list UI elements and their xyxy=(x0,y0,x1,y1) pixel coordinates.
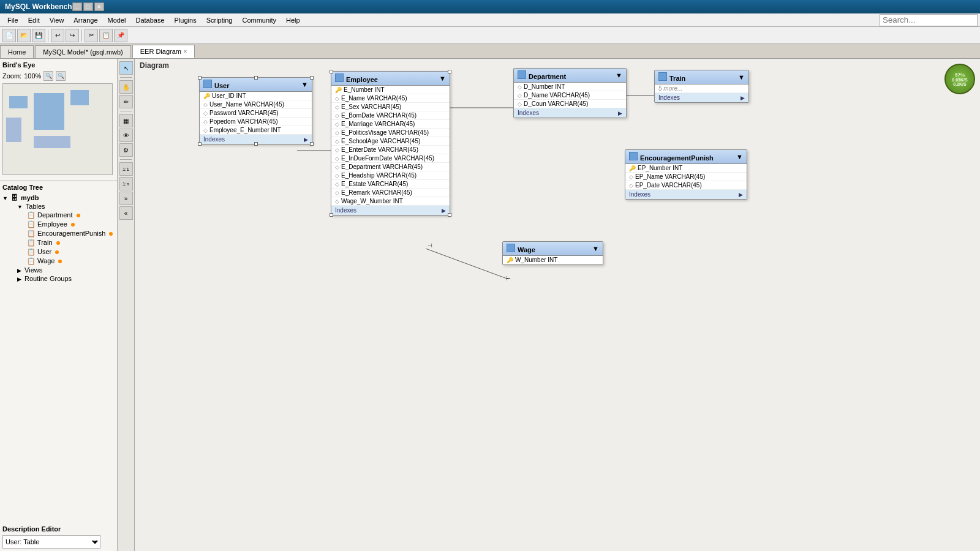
tab-eer[interactable]: EER Diagram × xyxy=(132,45,195,58)
save-button[interactable]: 💾 xyxy=(32,29,45,42)
enc-header[interactable]: EncouragementPunish ▼ xyxy=(625,150,747,164)
resize-tr[interactable] xyxy=(310,76,314,80)
tree-group-mydb[interactable]: ▼ 🗄 mydb xyxy=(2,193,115,202)
relation-1-n[interactable]: 1:n xyxy=(119,177,133,190)
emp-resize-bl[interactable] xyxy=(330,213,333,217)
dept-indexes-arrow[interactable]: ▶ xyxy=(618,110,622,116)
search-input[interactable] xyxy=(880,14,978,26)
forward-nav[interactable]: » xyxy=(119,192,133,205)
user-table[interactable]: User ▼ 🔑 User_ID INT ◇ User_Name VARCHAR… xyxy=(199,77,312,144)
wage-header[interactable]: Wage ▼ xyxy=(503,242,603,256)
menu-file[interactable]: File xyxy=(2,15,23,25)
user-table-expand[interactable]: ▼ xyxy=(301,81,308,88)
employee-table-header[interactable]: Employee ▼ xyxy=(331,72,450,86)
zoom-out-button[interactable]: 🔍 xyxy=(43,71,53,81)
user-dot xyxy=(55,250,59,254)
pointer-tool[interactable]: ↖ xyxy=(119,61,133,75)
zoom-in-button[interactable]: 🔍 xyxy=(56,71,66,81)
menu-model[interactable]: Model xyxy=(103,15,131,25)
emp-expand[interactable]: ▼ xyxy=(439,75,446,82)
birds-eye-block-4 xyxy=(6,118,21,142)
copy-button[interactable]: 📋 xyxy=(99,29,113,42)
enc-indexes[interactable]: Indexes ▶ xyxy=(625,190,747,199)
eraser-tool[interactable]: ✏ xyxy=(119,95,133,108)
minimize-button[interactable]: _ xyxy=(72,2,82,11)
maximize-button[interactable]: □ xyxy=(83,2,93,11)
dept-header[interactable]: Department ▼ xyxy=(514,69,626,83)
tree-views[interactable]: ▶ Views xyxy=(2,266,115,274)
department-table[interactable]: Department ▼ ◇ D_Number INT ◇ D_Name VAR… xyxy=(513,68,627,118)
new-button[interactable]: 📄 xyxy=(2,29,16,42)
user-indexes-arrow[interactable]: ▶ xyxy=(304,137,308,143)
view-tool[interactable]: 👁 xyxy=(119,129,133,142)
dept-indexes[interactable]: Indexes ▶ xyxy=(514,108,626,118)
train-expand[interactable]: ▼ xyxy=(738,73,745,81)
database-icon: 🗄 xyxy=(11,194,18,201)
train-header[interactable]: Train ▼ xyxy=(655,70,748,84)
enc-indexes-arrow[interactable]: ▶ xyxy=(739,192,743,198)
routine-tool[interactable]: ⚙ xyxy=(119,143,133,157)
wage-icon xyxy=(507,244,515,252)
resize-tl[interactable] xyxy=(198,76,202,80)
tab-eer-close[interactable]: × xyxy=(184,48,187,54)
tab-model[interactable]: MySQL Model* (gsql.mwb) xyxy=(35,45,130,58)
emp-row-indue: ◇ E_InDueFormDate VARCHAR(45) xyxy=(331,154,450,163)
redo-button[interactable]: ↪ xyxy=(66,29,79,42)
menu-view[interactable]: View xyxy=(45,15,69,25)
tree-item-user[interactable]: 📋 User xyxy=(2,247,115,257)
resize-br[interactable] xyxy=(310,142,314,146)
resize-bl[interactable] xyxy=(198,142,202,146)
menu-edit[interactable]: Edit xyxy=(23,15,45,25)
window-controls[interactable]: _ □ × xyxy=(72,2,104,11)
resize-bm[interactable] xyxy=(254,142,258,146)
tree-tables[interactable]: ▼ Tables xyxy=(2,202,115,211)
employee-table[interactable]: Employee ▼ 🔑 E_Number INT ◇ E_Name VARCH… xyxy=(331,71,450,216)
undo-button[interactable]: ↩ xyxy=(51,29,64,42)
emp-indexes-arrow[interactable]: ▶ xyxy=(442,208,446,214)
relation-1-1[interactable]: 1:1 xyxy=(119,162,133,176)
hand-tool[interactable]: ✋ xyxy=(119,80,133,94)
emp-resize-br[interactable] xyxy=(448,213,451,217)
tree-routine-groups[interactable]: ▶ Routine Groups xyxy=(2,274,115,283)
close-button[interactable]: × xyxy=(94,2,104,11)
emp-resize-tr[interactable] xyxy=(448,70,451,73)
emp-row-marr: ◇ E_Marriage VARCHAR(45) xyxy=(331,120,450,129)
menu-arrange[interactable]: Arrange xyxy=(69,15,102,25)
svg-text:⊣: ⊣ xyxy=(428,242,432,249)
wage-table[interactable]: Wage ▼ 🔑 W_Number INT xyxy=(502,241,603,265)
train-indexes-arrow[interactable]: ▶ xyxy=(741,95,745,101)
train-table[interactable]: Train ▼ 5 more... Indexes ▶ xyxy=(654,70,749,103)
dept-expand[interactable]: ▼ xyxy=(616,72,622,79)
emp-born-c: ◇ xyxy=(335,113,339,119)
tree-item-department[interactable]: 📋 Department xyxy=(2,211,115,220)
user-table-header[interactable]: User ▼ xyxy=(200,78,312,92)
tree-item-wage[interactable]: 📋 Wage xyxy=(2,257,115,266)
user-name-col: User_Name VARCHAR(45) xyxy=(209,101,284,108)
cut-button[interactable]: ✂ xyxy=(85,29,98,42)
menu-plugins[interactable]: Plugins xyxy=(170,15,202,25)
tree-item-employee[interactable]: 📋 Employee xyxy=(2,220,115,229)
emp-resize-tl[interactable] xyxy=(330,70,333,73)
emp-indue-c: ◇ xyxy=(335,156,339,162)
tree-item-encouragement[interactable]: 📋 EncouragementPunish xyxy=(2,229,115,238)
dept-name-col: D_Name VARCHAR(45) xyxy=(524,92,590,99)
emp-dept-c: ◇ xyxy=(335,164,339,170)
menu-database[interactable]: Database xyxy=(130,15,169,25)
train-indexes[interactable]: Indexes ▶ xyxy=(655,93,748,102)
encouragement-table[interactable]: EncouragementPunish ▼ 🔑 EP_Number INT ◇ … xyxy=(625,149,747,200)
menu-community[interactable]: Community xyxy=(237,15,281,25)
tab-home[interactable]: Home xyxy=(0,45,34,58)
backward-nav[interactable]: « xyxy=(119,206,133,220)
menu-help[interactable]: Help xyxy=(281,15,305,25)
wage-expand[interactable]: ▼ xyxy=(592,245,599,252)
paste-button[interactable]: 📌 xyxy=(114,29,127,42)
tree-table-icon: 📋 xyxy=(27,211,36,219)
resize-tm[interactable] xyxy=(254,76,258,80)
open-button[interactable]: 📂 xyxy=(17,29,31,42)
enc-expand[interactable]: ▼ xyxy=(736,153,743,160)
tree-item-train[interactable]: 📋 Train xyxy=(2,238,115,247)
emp-indexes[interactable]: Indexes ▶ xyxy=(331,206,450,215)
table-tool[interactable]: ▦ xyxy=(119,114,133,127)
menu-scripting[interactable]: Scripting xyxy=(202,15,238,25)
desc-select[interactable]: User: Table xyxy=(2,535,100,549)
